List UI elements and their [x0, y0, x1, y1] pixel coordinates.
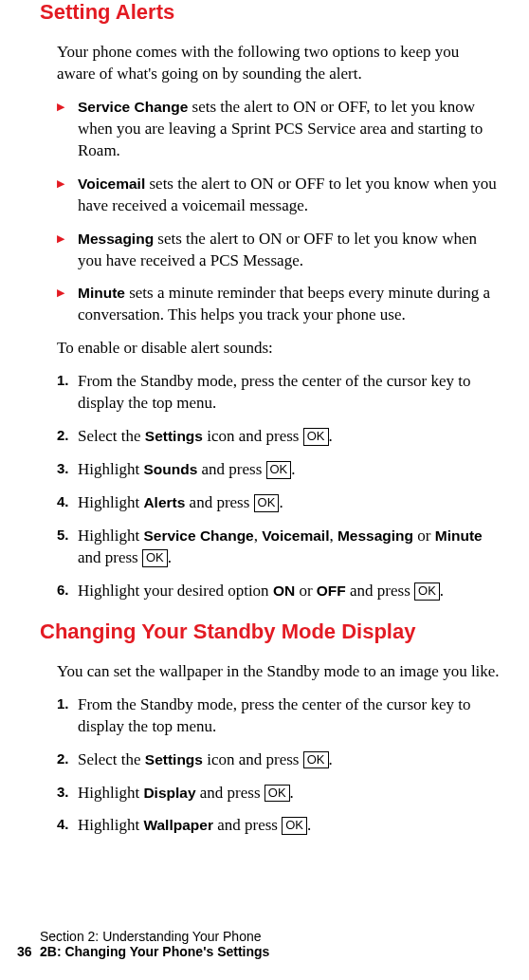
period: .	[168, 548, 172, 566]
step-2: Select the Settings icon and press OK.	[57, 749, 501, 771]
period: .	[329, 750, 333, 768]
step-6: Highlight your desired option ON or OFF …	[57, 581, 501, 602]
bullet-label: Messaging	[78, 231, 154, 247]
bullet-label: Service Change	[78, 99, 188, 115]
footer-section-title: Section 2: Understanding Your Phone	[40, 929, 269, 944]
period: .	[307, 816, 311, 834]
step-4: Highlight Wallpaper and press OK.	[57, 815, 501, 837]
step-text: Highlight	[78, 527, 143, 545]
bullet-list-alerts: Service Change sets the alert to ON or O…	[57, 97, 501, 326]
ok-key-icon: OK	[264, 785, 290, 803]
footer-subsection: 362B: Changing Your Phone's Settings	[17, 944, 269, 959]
step-text: Highlight	[78, 493, 143, 511]
heading-setting-alerts: Setting Alerts	[40, 0, 501, 25]
step-text: Select the	[78, 427, 145, 445]
steps-list-2: From the Standby mode, press the center …	[57, 694, 501, 838]
page-number: 36	[17, 944, 40, 959]
step-text: and press	[78, 548, 142, 566]
step-text: Highlight	[78, 460, 143, 478]
step-bold: Minute	[435, 527, 483, 544]
step-text: or	[413, 527, 435, 545]
period: .	[279, 493, 283, 511]
step-bold: Display	[143, 785, 195, 801]
step-3: Highlight Display and press OK.	[57, 783, 501, 804]
bullet-voicemail: Voicemail sets the alert to ON or OFF to…	[57, 174, 501, 217]
ok-key-icon: OK	[282, 817, 307, 835]
step-text: Highlight	[78, 816, 143, 834]
subtext-enable-disable: To enable or disable alert sounds:	[57, 338, 501, 360]
bullet-messaging: Messaging sets the alert to ON or OFF to…	[57, 229, 501, 272]
step-bold: Service Change	[143, 527, 253, 544]
step-text: and press	[213, 816, 282, 834]
heading-standby-display: Changing Your Standby Mode Display	[40, 619, 501, 644]
period: .	[290, 784, 294, 802]
ok-key-icon: OK	[303, 751, 329, 769]
bullet-text: sets a minute reminder that beeps every …	[78, 284, 490, 324]
step-text: and press	[197, 460, 265, 478]
steps-list-1: From the Standby mode, press the center …	[57, 371, 501, 602]
bullet-service-change: Service Change sets the alert to ON or O…	[57, 97, 501, 162]
step-bold: Settings	[145, 751, 203, 767]
step-4: Highlight Alerts and press OK.	[57, 492, 501, 514]
step-1: From the Standby mode, press the center …	[57, 371, 501, 415]
bullet-label: Minute	[78, 285, 125, 301]
step-bold: Settings	[145, 428, 203, 444]
intro-text-2: You can set the wallpaper in the Standby…	[57, 661, 501, 683]
step-bold: Voicemail	[262, 527, 329, 544]
step-bold: OFF	[317, 582, 346, 599]
step-1: From the Standby mode, press the center …	[57, 694, 501, 738]
step-text: or	[295, 582, 317, 600]
bullet-label: Voicemail	[78, 176, 145, 192]
step-bold: Wallpaper	[143, 817, 213, 833]
intro-text-1: Your phone comes with the following two …	[57, 42, 501, 85]
step-text: ,	[254, 527, 263, 545]
page-footer: Section 2: Understanding Your Phone 362B…	[17, 929, 269, 959]
step-bold: ON	[273, 582, 295, 599]
period: .	[440, 582, 444, 600]
period: .	[291, 460, 295, 478]
step-text: icon and press	[203, 427, 303, 445]
step-text: and press	[196, 784, 264, 802]
ok-key-icon: OK	[142, 549, 168, 567]
step-text: and press	[346, 582, 414, 600]
step-text: icon and press	[203, 750, 303, 768]
step-text: Select the	[78, 750, 145, 768]
footer-text: 2B: Changing Your Phone's Settings	[40, 944, 269, 959]
step-text: and press	[185, 493, 253, 511]
step-bold: Sounds	[143, 461, 197, 477]
ok-key-icon: OK	[266, 461, 292, 479]
step-3: Highlight Sounds and press OK.	[57, 459, 501, 481]
step-bold: Alerts	[143, 494, 185, 510]
step-2: Select the Settings icon and press OK.	[57, 426, 501, 448]
ok-key-icon: OK	[254, 494, 280, 512]
step-bold: Messaging	[337, 527, 413, 544]
period: .	[329, 427, 333, 445]
ok-key-icon: OK	[303, 428, 329, 446]
step-text: Highlight	[78, 784, 143, 802]
step-5: Highlight Service Change, Voicemail, Mes…	[57, 526, 501, 569]
ok-key-icon: OK	[414, 582, 440, 601]
step-text: Highlight your desired option	[78, 582, 273, 600]
bullet-minute: Minute sets a minute reminder that beeps…	[57, 283, 501, 326]
step-text: ,	[329, 527, 337, 545]
